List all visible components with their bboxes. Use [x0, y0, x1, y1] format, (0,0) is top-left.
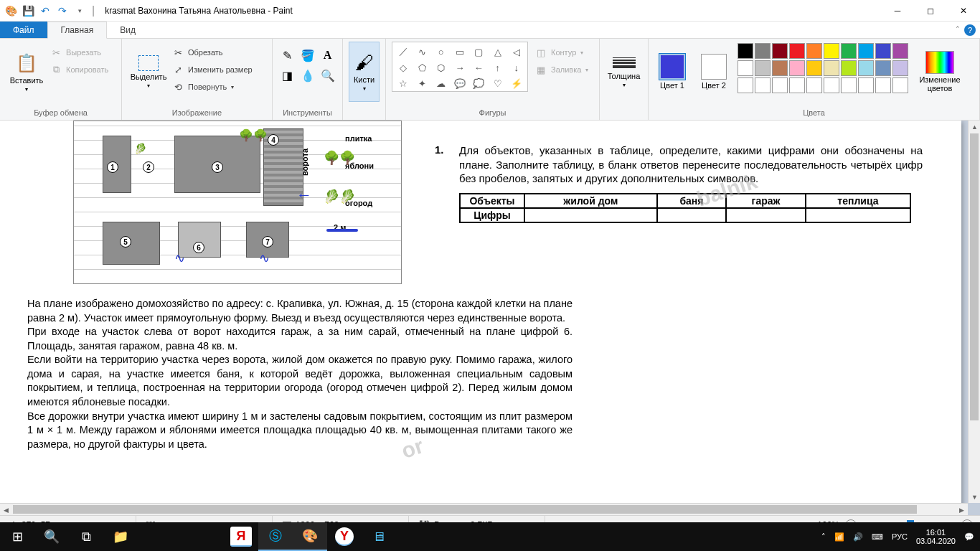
- brushes-button[interactable]: 🖌 Кисти▾: [349, 42, 380, 102]
- color-swatch[interactable]: [841, 60, 857, 76]
- qat-customize-icon[interactable]: ▾: [72, 3, 88, 19]
- palette-row1[interactable]: [738, 43, 908, 59]
- canvas[interactable]: 1 2 3 4 5 6 7 плитка яблони огород 2 м в…: [0, 121, 961, 515]
- keyboard-icon[interactable]: ⌨: [872, 532, 883, 542]
- horizontal-scrollbar[interactable]: ◀ ▶: [0, 503, 968, 515]
- color-swatch[interactable]: [789, 60, 805, 76]
- file-explorer-icon[interactable]: 📁: [103, 522, 138, 551]
- select-button[interactable]: Выделить▾: [128, 42, 169, 102]
- skype-icon[interactable]: Ⓢ: [258, 522, 293, 551]
- color-swatch[interactable]: [738, 77, 753, 93]
- fill-tool[interactable]: 🪣: [298, 46, 317, 65]
- search-icon[interactable]: 🔍: [34, 522, 69, 551]
- scroll-right-icon[interactable]: ▶: [956, 504, 968, 515]
- window-controls: ─ ◻ ✕: [881, 0, 980, 22]
- document-content: 1 2 3 4 5 6 7 плитка яблони огород 2 м в…: [0, 121, 961, 515]
- scroll-thumb-h[interactable]: [13, 505, 917, 514]
- group-image-label: Изображение: [122, 107, 272, 120]
- wifi-icon[interactable]: 📶: [834, 532, 844, 542]
- paint-taskbar-icon[interactable]: 🎨: [293, 522, 327, 551]
- plan-diagram: 1 2 3 4 5 6 7 плитка яблони огород 2 м в…: [73, 121, 402, 284]
- color-swatch[interactable]: [875, 60, 891, 76]
- cut-button[interactable]: ✂Вырезать: [47, 44, 111, 60]
- desktop-icon[interactable]: 🖥: [362, 522, 396, 551]
- color-swatch[interactable]: [806, 43, 822, 59]
- color-swatch[interactable]: [772, 60, 788, 76]
- redo-icon[interactable]: ↷: [55, 3, 70, 19]
- color-swatch[interactable]: [824, 60, 839, 76]
- color-swatch[interactable]: [738, 43, 753, 59]
- edit-colors-button[interactable]: Изменение цветов: [914, 42, 966, 102]
- magnifier-tool[interactable]: 🔍: [319, 66, 337, 85]
- pencil-tool[interactable]: ✎: [278, 46, 297, 65]
- minimize-button[interactable]: ─: [881, 0, 914, 22]
- start-button[interactable]: ⊞: [0, 522, 34, 551]
- color-swatch[interactable]: [755, 60, 771, 76]
- color1-button[interactable]: Цвет 1: [654, 42, 690, 102]
- color2-button[interactable]: Цвет 2: [696, 42, 732, 102]
- color-swatch[interactable]: [755, 43, 771, 59]
- palette-row2[interactable]: [738, 60, 908, 76]
- tray-chevron-icon[interactable]: ˄: [821, 532, 826, 542]
- color-swatch[interactable]: [858, 77, 874, 93]
- paste-button[interactable]: 📋 Вставить▾: [6, 42, 47, 102]
- color-swatch[interactable]: [841, 77, 857, 93]
- color-swatch[interactable]: [755, 77, 771, 93]
- color-swatch[interactable]: [789, 77, 805, 93]
- maximize-button[interactable]: ◻: [914, 0, 947, 22]
- line-weight-button[interactable]: Толщина▾: [606, 42, 642, 102]
- color-swatch[interactable]: [875, 77, 891, 93]
- color-swatch[interactable]: [738, 60, 753, 76]
- paint-app-icon[interactable]: 🎨: [3, 3, 19, 19]
- color-swatch[interactable]: [806, 77, 822, 93]
- notifications-icon[interactable]: 💬: [964, 532, 974, 542]
- color-swatch[interactable]: [772, 43, 788, 59]
- shape-outline-button[interactable]: ◫Контур ▾: [532, 44, 591, 60]
- copy-button[interactable]: ⧉Копировать: [47, 62, 111, 77]
- crop-button[interactable]: ✂Обрезать: [169, 44, 255, 60]
- scroll-thumb-v[interactable]: [970, 133, 979, 420]
- tab-file[interactable]: Файл: [0, 22, 47, 38]
- help-icon[interactable]: ?: [964, 24, 976, 36]
- tab-view[interactable]: Вид: [107, 22, 149, 38]
- eraser-tool[interactable]: ◨: [278, 66, 297, 85]
- color-swatch[interactable]: [772, 77, 788, 93]
- color-swatch[interactable]: [824, 77, 839, 93]
- color-swatch[interactable]: [841, 43, 857, 59]
- scroll-down-icon[interactable]: ▼: [969, 491, 980, 503]
- language-indicator[interactable]: РУС: [892, 532, 908, 541]
- task-view-icon[interactable]: ⧉: [69, 522, 103, 551]
- color-swatch[interactable]: [806, 60, 822, 76]
- rotate-button[interactable]: ⟲Повернуть ▾: [169, 79, 255, 95]
- color-swatch[interactable]: [858, 60, 874, 76]
- color-swatch[interactable]: [824, 43, 839, 59]
- collapse-ribbon-icon[interactable]: ˄: [956, 25, 960, 34]
- shapes-gallery[interactable]: ／∿○▭▢△◁ ◇⬠⬡→←↑↓ ☆✦☁💬💭♡⚡: [392, 42, 528, 92]
- save-icon[interactable]: 💾: [20, 3, 36, 19]
- undo-icon[interactable]: ↶: [37, 3, 53, 19]
- scroll-up-icon[interactable]: ▲: [969, 121, 980, 133]
- color-swatch[interactable]: [789, 43, 805, 59]
- shape-fill-button[interactable]: ▦Заливка ▾: [532, 62, 591, 77]
- sound-icon[interactable]: 🔊: [853, 532, 863, 542]
- color-swatch[interactable]: [892, 43, 908, 59]
- yandex-icon[interactable]: Я: [230, 527, 252, 547]
- yandex-browser-icon[interactable]: Y: [335, 527, 354, 546]
- text-tool[interactable]: A: [319, 46, 337, 65]
- color-swatch[interactable]: [858, 43, 874, 59]
- picker-tool[interactable]: 💧: [298, 66, 317, 85]
- color-swatch[interactable]: [892, 60, 908, 76]
- clock[interactable]: 16:01 03.04.2020: [916, 528, 956, 545]
- vertical-scrollbar[interactable]: ▲ ▼: [968, 121, 980, 503]
- line-weight-icon: [613, 56, 636, 70]
- color-swatch[interactable]: [892, 77, 908, 93]
- group-shapes-label: Фигуры: [386, 107, 599, 120]
- scroll-left-icon[interactable]: ◀: [0, 504, 12, 515]
- resize-button[interactable]: ⤢Изменить размер: [169, 62, 255, 77]
- close-button[interactable]: ✕: [947, 0, 980, 22]
- tab-home[interactable]: Главная: [47, 22, 108, 39]
- task-block: 1. Для объектов, указанных в таблице, оп…: [435, 143, 923, 223]
- color-swatch[interactable]: [875, 43, 891, 59]
- palette-row3[interactable]: [738, 77, 908, 93]
- task-text: Для объектов, указанных в таблице, опред…: [459, 143, 923, 186]
